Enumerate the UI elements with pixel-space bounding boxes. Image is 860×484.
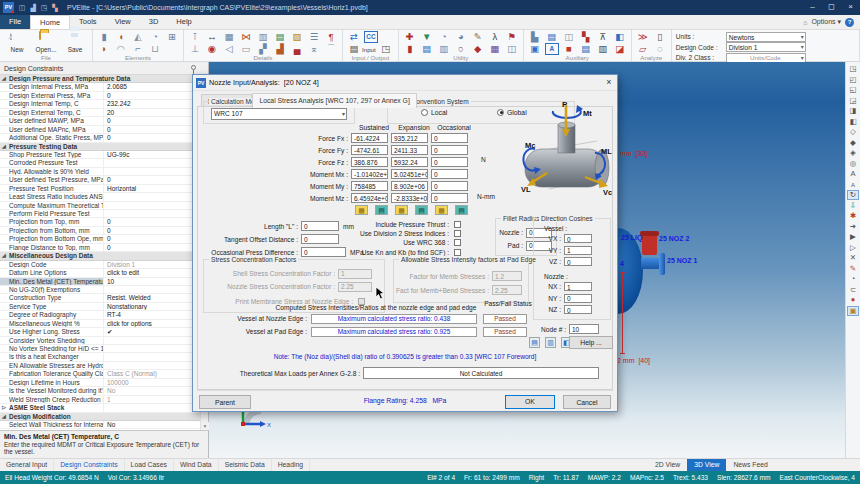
- grid-row[interactable]: Is this a heat Exchanger: [0, 353, 200, 361]
- grid-row[interactable]: Design External Press, MPa 0: [0, 92, 200, 100]
- grid-row[interactable]: Flange Distance to Top, mm 0: [0, 244, 200, 252]
- grid-value[interactable]: 20: [104, 109, 200, 116]
- rotate-z-icon[interactable]: ◈: [847, 148, 859, 158]
- database-sustained-icon[interactable]: ▤: [375, 205, 388, 215]
- node-number-field[interactable]: 10: [569, 324, 599, 334]
- top-view-icon[interactable]: ◧: [847, 117, 859, 127]
- grid-row[interactable]: EN Allowable Stresses are Hydrotest Allo: [0, 362, 200, 370]
- grid-row[interactable]: User defined MAWP, MPa 0: [0, 117, 200, 125]
- occasional-field[interactable]: 0: [431, 157, 468, 167]
- walkthrough-icon[interactable]: ➜: [847, 222, 859, 232]
- theoretical-field[interactable]: Not Calculated: [363, 367, 599, 379]
- sustained-field[interactable]: -61.4224: [351, 133, 388, 143]
- grid-value[interactable]: 0: [104, 244, 200, 251]
- tools-quick-icon[interactable]: ▚: [50, 3, 60, 13]
- occasional-field[interactable]: 0: [431, 169, 468, 179]
- checkbox-icon[interactable]: [454, 239, 461, 246]
- grid-value[interactable]: click to edit: [104, 269, 200, 276]
- elliptical-head-icon[interactable]: ◖: [114, 31, 128, 43]
- book-icon[interactable]: ▙: [528, 31, 542, 43]
- cosine-field[interactable]: 1: [564, 282, 592, 291]
- tab-file[interactable]: File: [0, 15, 30, 29]
- print-results-icon[interactable]: ▥: [545, 337, 556, 348]
- sustained-field[interactable]: 386.876: [351, 157, 388, 167]
- save-button[interactable]: Save: [62, 31, 88, 54]
- insulation-icon[interactable]: ▨: [290, 31, 304, 43]
- grid-row[interactable]: No UG-20(f) Exemptions: [0, 286, 200, 294]
- platform-icon[interactable]: ▥: [256, 31, 270, 43]
- grid-row[interactable]: Degree of Radiography RT-4: [0, 311, 200, 319]
- row-mdmt[interactable]: Min. Des Metal (CET) Temperature, C 10: [0, 278, 200, 286]
- select-icon[interactable]: ▶: [847, 232, 859, 242]
- import-piping-occasional-icon[interactable]: ▦: [435, 205, 448, 215]
- cosine-field[interactable]: 0: [564, 305, 592, 314]
- grid-value[interactable]: No: [104, 387, 200, 394]
- sustained-field[interactable]: -4742.61: [351, 145, 388, 155]
- grid-row[interactable]: Is the Vessel Monitored during it's Life…: [0, 387, 200, 395]
- tab-home[interactable]: Home: [30, 15, 70, 29]
- tab-3d[interactable]: 3D: [140, 15, 168, 29]
- database-expansion-icon[interactable]: ▤: [415, 205, 428, 215]
- sustained-field[interactable]: -1.01402e+0: [351, 169, 388, 179]
- grid-row[interactable]: No Vortex Shedding for H/D <= 15: [0, 345, 200, 353]
- grid-value[interactable]: Horizontal: [104, 185, 200, 192]
- grid-value[interactable]: 0: [104, 126, 200, 133]
- layout-quick-icon[interactable]: ◳: [39, 3, 49, 13]
- occasional-field[interactable]: 0: [431, 145, 468, 155]
- grid-value[interactable]: [104, 168, 200, 175]
- scf-field[interactable]: 2.25: [338, 282, 372, 292]
- grid-row[interactable]: Shop Pressure Test Type UG-99c: [0, 151, 200, 159]
- grid-value[interactable]: 0: [104, 227, 200, 234]
- grid-row[interactable]: Projection from Bottom Ope, mm 0: [0, 235, 200, 243]
- allowable-field[interactable]: 2.25: [492, 285, 522, 295]
- gauge-icon[interactable]: ◔: [437, 31, 451, 43]
- tower-icon[interactable]: ⊼: [596, 31, 610, 43]
- occasional-field[interactable]: 0: [431, 181, 468, 191]
- grid-value[interactable]: [104, 337, 200, 344]
- tab-view[interactable]: View: [106, 15, 140, 29]
- grid-value[interactable]: No: [104, 421, 200, 428]
- help-button[interactable]: Help ...: [569, 336, 613, 349]
- cosine-field[interactable]: 1: [564, 246, 592, 255]
- grid-value[interactable]: [104, 202, 200, 209]
- parent-button[interactable]: Parent: [199, 395, 251, 409]
- expansion-field[interactable]: -2.8333e+06: [391, 193, 428, 203]
- grid-value[interactable]: UG-99c: [104, 151, 200, 158]
- sustained-field[interactable]: 6.45924e+0: [351, 193, 388, 203]
- rotate-y-icon[interactable]: ◆: [847, 138, 859, 148]
- grid-row[interactable]: Design Lifetime in Hours 100000: [0, 379, 200, 387]
- use-wrc368-checkbox[interactable]: Use WRC 368 :: [343, 238, 461, 247]
- grid-value[interactable]: [104, 345, 200, 352]
- tab-heading[interactable]: Heading: [272, 459, 310, 471]
- grid-row[interactable]: Use Higher Long. Stress ✔: [0, 328, 200, 336]
- grid-value[interactable]: Class C (Normal): [104, 370, 200, 377]
- export-import-icon[interactable]: ⇄: [347, 31, 361, 43]
- edit-utility-icon[interactable]: ✎: [471, 31, 485, 43]
- new-button[interactable]: New: [4, 31, 30, 54]
- report-icon[interactable]: ▯: [653, 31, 667, 43]
- use-division2-indices-checkbox[interactable]: Use Division 2 Stress Indices :: [343, 229, 461, 238]
- ok-button[interactable]: OK: [505, 395, 555, 409]
- grid-value[interactable]: [104, 193, 200, 200]
- tab-load-cases[interactable]: Load Cases: [125, 459, 174, 471]
- cc-export-icon[interactable]: CC: [364, 31, 378, 43]
- grid-value[interactable]: 2.0685: [104, 83, 200, 90]
- section-design-pressure[interactable]: Design Pressure and Temperature Data: [0, 75, 200, 83]
- grid-value[interactable]: 1: [104, 396, 200, 403]
- conical-head-icon[interactable]: ◭: [131, 31, 145, 43]
- window-switch-icon[interactable]: ◫: [17, 3, 27, 13]
- grid-value[interactable]: 0: [104, 134, 200, 141]
- select-alt-icon[interactable]: ▷: [847, 243, 859, 253]
- copy-results-icon[interactable]: ▤: [529, 337, 540, 348]
- measure-icon[interactable]: ✕: [847, 253, 859, 263]
- expansion-field[interactable]: 8.902e+06: [391, 181, 428, 191]
- grid-value[interactable]: [104, 286, 200, 293]
- grid-row[interactable]: Corroded Pressure Test: [0, 159, 200, 167]
- tab-seismic-data[interactable]: Seismic Data: [219, 459, 272, 471]
- section-design-modification[interactable]: Design Modification: [0, 413, 200, 421]
- grid-row[interactable]: Design Code Division 1: [0, 261, 200, 269]
- occasional-field[interactable]: 0: [431, 133, 468, 143]
- flat-head-icon[interactable]: ⊞: [165, 31, 179, 43]
- right-view-icon[interactable]: ◨: [847, 106, 859, 116]
- checkbox-icon[interactable]: [454, 249, 461, 256]
